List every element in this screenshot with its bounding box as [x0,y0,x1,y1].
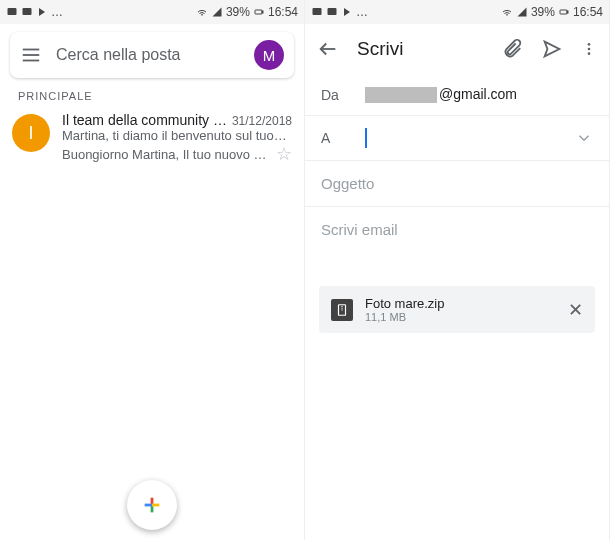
wifi-icon [196,6,208,18]
attachment-size: 11,1 MB [365,311,556,323]
search-bar[interactable]: Cerca nella posta M [10,32,294,78]
to-input[interactable] [365,128,555,148]
clock-time: 16:54 [268,5,298,19]
status-left: … [311,5,368,19]
more-dots: … [356,5,368,19]
compose-fab[interactable] [127,480,177,530]
svg-rect-12 [328,8,337,15]
attachment-name: Foto mare.zip [365,296,556,311]
svg-rect-3 [262,11,263,13]
compose-header: Scrivi [305,24,609,74]
battery-icon [558,6,570,18]
signal-icon [211,6,223,18]
status-right: 39% 16:54 [196,5,298,19]
inbox-screen: … 39% 16:54 Cerca nella posta M PRINCIPA… [0,0,305,540]
svg-rect-1 [23,8,32,15]
email-content: Il team della community G… 31/12/2018 Ma… [62,112,292,165]
attachment-info: Foto mare.zip 11,1 MB [365,296,556,323]
text-cursor [365,128,367,148]
svg-point-17 [588,48,591,51]
send-icon[interactable] [541,38,563,60]
notification-icon [311,6,323,18]
from-value: @gmail.com [365,86,593,103]
sender-avatar: I [12,114,50,152]
svg-point-18 [588,52,591,55]
status-bar: … 39% 16:54 [305,0,609,24]
to-field[interactable]: A [305,116,609,161]
svg-rect-2 [255,10,262,14]
notification-icon [21,6,33,18]
email-sender: Il team della community G… [62,112,232,128]
play-icon [36,6,48,18]
svg-rect-14 [567,11,568,13]
plus-icon [141,494,163,516]
clock-time: 16:54 [573,5,603,19]
svg-point-16 [588,43,591,46]
svg-rect-0 [8,8,17,15]
battery-percent: 39% [226,5,250,19]
zip-icon [331,299,353,321]
notification-icon [6,6,18,18]
body-input[interactable]: Scrivi email [305,207,609,278]
more-dots: … [51,5,63,19]
account-avatar[interactable]: M [254,40,284,70]
wifi-icon [501,6,513,18]
to-label: A [321,130,345,146]
attach-icon[interactable] [501,38,523,60]
remove-attachment-icon[interactable]: ✕ [568,299,583,321]
svg-rect-13 [560,10,567,14]
email-snippet: Buongiorno Martina, Il tuo nuovo dispo… [62,147,272,162]
signal-icon [516,6,528,18]
email-subject: Martina, ti diamo il benvenuto sul tuo… [62,128,292,143]
attachment-chip[interactable]: Foto mare.zip 11,1 MB ✕ [319,286,595,333]
compose-screen: … 39% 16:54 Scrivi Da @gmail.com A Ogget… [305,0,610,540]
from-field[interactable]: Da @gmail.com [305,74,609,116]
search-placeholder[interactable]: Cerca nella posta [56,46,240,64]
subject-input[interactable]: Oggetto [305,161,609,207]
star-icon[interactable]: ☆ [276,143,292,165]
email-list-item[interactable]: I Il team della community G… 31/12/2018 … [0,110,304,173]
battery-percent: 39% [531,5,555,19]
play-icon [341,6,353,18]
notification-icon [326,6,338,18]
status-left: … [6,5,63,19]
status-right: 39% 16:54 [501,5,603,19]
chevron-down-icon[interactable] [575,129,593,147]
status-bar: … 39% 16:54 [0,0,304,24]
section-label: PRINCIPALE [18,90,286,102]
svg-rect-11 [313,8,322,15]
battery-icon [253,6,265,18]
redacted-username [365,87,437,103]
email-date: 31/12/2018 [232,114,292,128]
back-icon[interactable] [317,38,339,60]
more-icon[interactable] [581,38,597,60]
menu-icon[interactable] [20,44,42,66]
compose-title: Scrivi [357,38,483,60]
from-label: Da [321,87,345,103]
